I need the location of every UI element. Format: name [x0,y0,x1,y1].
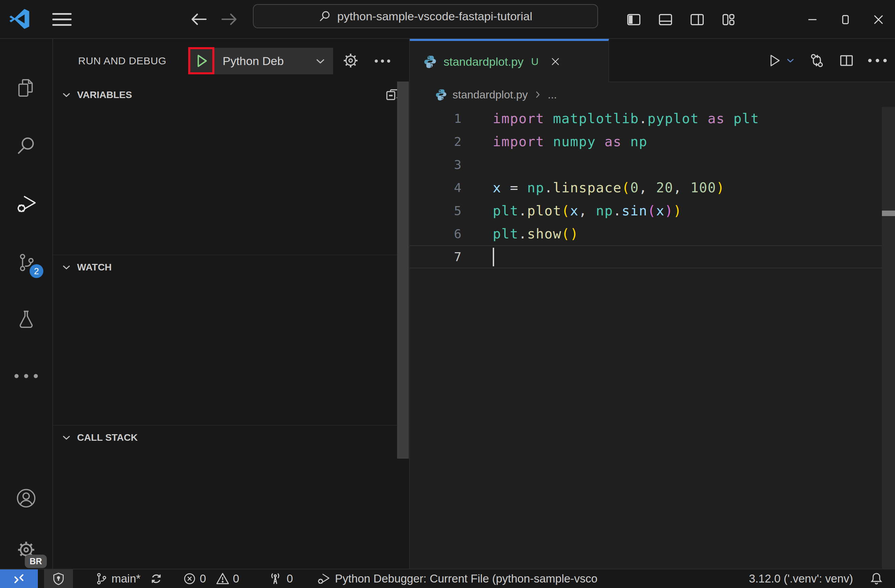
python-file-icon [423,55,437,68]
bug-play-icon [316,571,331,586]
toggle-secondary-sidebar-icon[interactable] [689,12,705,27]
tab-standardplot[interactable]: standardplot.py U [410,39,609,82]
errors-icon [183,572,196,585]
debugger-status-item[interactable]: Python Debugger: Current File (python-sa… [316,570,597,588]
code-line[interactable]: 4x = np.linspace(0, 20, 100) [410,176,882,199]
testing-icon[interactable] [0,300,52,338]
code-text: plt.show() [493,226,579,241]
debugger-status-text: Python Debugger: Current File (python-sa… [335,572,597,585]
notifications-bell-icon[interactable] [869,572,883,586]
tab-modified-badge: U [531,56,539,67]
code-text: import numpy as np [493,134,648,149]
split-editor-icon[interactable] [839,53,854,68]
chevron-down-icon [786,56,795,65]
run-and-debug-icon[interactable] [0,185,52,223]
variables-label: VARIABLES [77,89,132,100]
code-line[interactable]: 2import numpy as np [410,130,882,153]
breadcrumb-symbol[interactable]: ... [548,88,557,101]
code-line[interactable]: 5plt.plot(x, np.sin(x)) [410,199,882,222]
line-number: 3 [410,158,493,172]
code-line[interactable]: 1import matplotlib.pyplot as plt [410,107,882,130]
chevron-down-icon [61,432,71,443]
layout-controls [626,0,737,39]
text-cursor [493,248,494,266]
remote-indicator[interactable] [0,570,38,588]
start-debugging-button[interactable] [188,47,214,74]
line-number: 1 [410,112,493,126]
code-text: plt.plot(x, np.sin(x)) [493,203,682,218]
code-line[interactable]: 3 [410,153,882,176]
navigate-forward-icon[interactable] [219,9,240,30]
remote-icon [12,572,26,586]
toggle-panel-icon[interactable] [658,12,674,27]
sidebar-scrollbar[interactable] [397,82,409,459]
python-interpreter-item[interactable]: 3.12.0 ('.venv': venv) [749,572,853,585]
profile-badge: BR [25,555,47,568]
debug-config-dropdown[interactable]: Python Deb [214,48,333,74]
branch-name: main* [111,572,140,585]
python-file-icon [435,89,447,100]
sync-icon [149,572,163,586]
customize-layout-icon[interactable] [721,12,737,27]
open-changes-icon[interactable] [809,53,825,68]
line-number: 4 [410,180,493,195]
explorer-icon[interactable] [0,69,52,107]
status-bar-right: 3.12.0 ('.venv': venv) [749,572,895,586]
minimize-button[interactable] [796,0,829,39]
sidebar-title: RUN AND DEBUG [78,39,167,83]
section-call-stack[interactable]: CALL STACK [53,425,409,450]
command-center-search[interactable]: python-sample-vscode-fastapi-tutorial [253,4,598,28]
chevron-down-icon [61,262,71,273]
line-number: 2 [410,135,493,149]
problems-status-item[interactable]: 0 0 [183,570,239,588]
editor-more-actions-icon[interactable] [868,59,887,62]
ports-status-item[interactable]: 0 [268,570,293,588]
more-views-icon[interactable] [0,357,52,395]
command-center-text: python-sample-vscode-fastapi-tutorial [337,10,532,23]
section-watch[interactable]: WATCH [53,255,409,279]
watch-label: WATCH [77,262,112,273]
search-icon[interactable] [0,127,52,164]
error-count: 0 [200,572,206,585]
settings-gear-icon[interactable]: BR [0,531,52,569]
chevron-down-icon [314,55,326,67]
code-text: x = np.linspace(0, 20, 100) [493,180,725,195]
git-branch-icon [95,572,108,585]
code-line[interactable]: 6plt.show() [410,222,882,246]
debug-config-label: Python Deb [223,55,284,68]
radio-tower-icon [268,571,282,586]
code-text [493,248,494,266]
status-bar: main* 0 0 0 Python Debugger: Current Fil… [0,569,895,588]
debug-settings-gear-icon[interactable] [341,51,360,70]
run-python-file-button[interactable] [767,53,795,68]
warning-count: 0 [233,572,239,585]
breadcrumb[interactable]: standardplot.py ... [410,82,895,107]
menu-hamburger-icon[interactable] [52,10,71,28]
maximize-button[interactable] [829,0,862,39]
source-control-icon[interactable]: 2 [0,244,52,282]
tab-close-icon[interactable] [550,56,561,67]
breadcrumb-file[interactable]: standardplot.py [452,88,528,101]
ports-count: 0 [287,572,293,585]
vscode-window: { "title_bar": { "command_center_text": … [0,0,895,588]
code-lines: 1import matplotlib.pyplot as plt2import … [410,107,895,268]
workspace-trust-button[interactable] [44,570,73,588]
toggle-primary-sidebar-icon[interactable] [626,12,642,27]
section-variables[interactable]: VARIABLES [53,83,409,108]
line-number: 6 [410,227,493,241]
views-more-actions-icon[interactable] [370,51,394,71]
close-button[interactable] [862,0,895,39]
overview-ruler-cursor-mark [882,211,895,216]
navigate-back-icon[interactable] [188,9,209,30]
code-text: import matplotlib.pyplot as plt [493,111,759,126]
line-number: 5 [410,204,493,218]
branch-status-item[interactable]: main* [95,570,163,588]
accounts-icon[interactable] [0,479,52,517]
editor-scrollbar[interactable] [882,107,895,569]
tab-filename: standardplot.py [443,55,524,68]
line-number: 7 [410,250,493,264]
scm-badge: 2 [30,264,43,278]
warnings-icon [216,572,229,586]
chevron-right-icon [533,90,542,99]
code-line[interactable]: 7 [410,246,882,268]
